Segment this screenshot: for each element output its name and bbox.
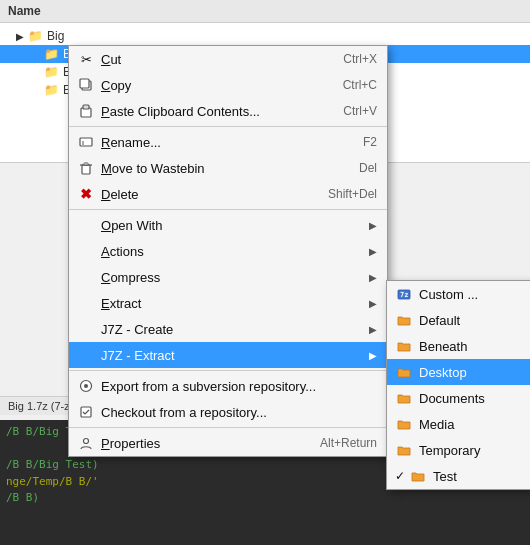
menu-item-properties[interactable]: Properties Alt+Return (69, 430, 387, 456)
terminal-line: /B B) (6, 490, 524, 507)
openwith-icon (77, 216, 95, 234)
folder-icon: 📁 (44, 47, 59, 61)
submenu-item-test[interactable]: ✓ Test (387, 463, 530, 489)
menu-separator (69, 126, 387, 127)
7z-extract-icon (77, 346, 95, 364)
menu-separator (69, 209, 387, 210)
svg-rect-3 (83, 105, 89, 109)
tree-item-big1[interactable]: ▶ 📁 Big (0, 27, 530, 45)
menu-item-checkout[interactable]: Checkout from a repository... (69, 399, 387, 425)
scissors-icon: ✂ (77, 50, 95, 68)
submenu-arrow: ▶ (369, 350, 377, 361)
svg-rect-8 (84, 163, 88, 165)
menu-item-export[interactable]: Export from a subversion repository... (69, 373, 387, 399)
menu-item-cut[interactable]: ✂ Cut Ctrl+X (69, 46, 387, 72)
delete-icon: ✖ (77, 185, 95, 203)
context-menu: ✂ Cut Ctrl+X Copy Ctrl+C Paste Clipboard… (68, 45, 388, 457)
svg-rect-4 (80, 138, 92, 146)
expand-arrow: ▶ (16, 31, 24, 42)
temporary-folder-icon (395, 441, 413, 459)
menu-item-paste[interactable]: Paste Clipboard Contents... Ctrl+V (69, 98, 387, 124)
submenu-arrow: ▶ (369, 220, 377, 231)
folder-icon: 📁 (44, 83, 59, 97)
checkout-icon (77, 403, 95, 421)
menu-item-copy[interactable]: Copy Ctrl+C (69, 72, 387, 98)
svg-text:7z: 7z (400, 291, 408, 299)
media-folder-icon (395, 415, 413, 433)
submenu-item-custom[interactable]: 7z Custom ... (387, 281, 530, 307)
submenu-arrow: ▶ (369, 324, 377, 335)
submenu-7z-extract: 7z Custom ... Default Beneath Desktop (386, 280, 530, 490)
menu-item-rename[interactable]: Rename... F2 (69, 129, 387, 155)
paste-icon (77, 102, 95, 120)
menu-item-actions[interactable]: Actions ▶ (69, 238, 387, 264)
test-folder-icon (409, 467, 427, 485)
menu-item-7z-create[interactable]: J7Z - Create ▶ (69, 316, 387, 342)
wastebin-icon (77, 159, 95, 177)
submenu-arrow: ▶ (369, 246, 377, 257)
menu-item-delete[interactable]: ✖ Delete Shift+Del (69, 181, 387, 207)
submenu-item-documents[interactable]: Documents (387, 385, 530, 411)
desktop-folder-icon (395, 363, 413, 381)
menu-item-7z-extract[interactable]: J7Z - Extract ▶ (69, 342, 387, 368)
folder-icon: 📁 (28, 29, 43, 43)
menu-item-compress[interactable]: Compress ▶ (69, 264, 387, 290)
submenu-arrow: ▶ (369, 298, 377, 309)
properties-icon (77, 434, 95, 452)
submenu-item-desktop[interactable]: Desktop (387, 359, 530, 385)
submenu-arrow: ▶ (369, 272, 377, 283)
svg-rect-6 (82, 165, 90, 174)
svg-rect-11 (81, 407, 91, 417)
menu-separator (69, 427, 387, 428)
copy-icon (77, 76, 95, 94)
compress-icon (77, 268, 95, 286)
rename-icon (77, 133, 95, 151)
export-icon (77, 377, 95, 395)
submenu-item-temporary[interactable]: Temporary (387, 437, 530, 463)
check-icon: ✓ (395, 469, 405, 483)
submenu-item-beneath[interactable]: Beneath (387, 333, 530, 359)
svg-rect-1 (80, 79, 89, 88)
menu-item-openwith[interactable]: Open With ▶ (69, 212, 387, 238)
custom-icon: 7z (395, 285, 413, 303)
submenu-item-media[interactable]: Media (387, 411, 530, 437)
documents-folder-icon (395, 389, 413, 407)
svg-point-12 (84, 439, 89, 444)
svg-point-10 (84, 384, 88, 388)
default-folder-icon (395, 311, 413, 329)
folder-icon: 📁 (44, 65, 59, 79)
column-header: Name (0, 0, 530, 23)
menu-item-move[interactable]: Move to Wastebin Del (69, 155, 387, 181)
submenu-item-default[interactable]: Default (387, 307, 530, 333)
menu-separator (69, 370, 387, 371)
menu-item-extract[interactable]: Extract ▶ (69, 290, 387, 316)
actions-icon (77, 242, 95, 260)
extract-icon (77, 294, 95, 312)
7z-create-icon (77, 320, 95, 338)
beneath-folder-icon (395, 337, 413, 355)
